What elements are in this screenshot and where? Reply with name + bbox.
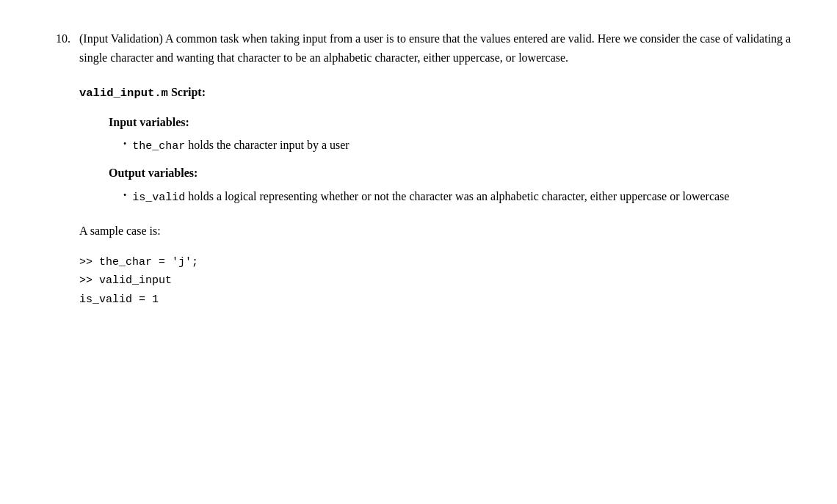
code-line-1: >> the_char = 'j'; (79, 253, 793, 272)
output-variable-text: is_valid holds a logical representing wh… (132, 187, 729, 208)
input-section-title: Input variables: (109, 113, 793, 132)
question-number: 10. (44, 29, 70, 309)
code-block: >> the_char = 'j'; >> valid_input is_val… (79, 253, 793, 310)
script-filename: valid_input.m (79, 87, 168, 100)
code-line-2: >> valid_input (79, 271, 793, 291)
input-var-desc: holds the character input by a user (185, 139, 349, 151)
input-variable-item: • the_char holds the character input by … (123, 136, 793, 156)
sample-case-label: A sample case is: (79, 222, 793, 241)
code-line-3: is_valid = 1 (79, 291, 793, 310)
bullet-icon-2: • (123, 189, 126, 203)
output-variables-list: • is_valid holds a logical representing … (123, 187, 793, 208)
script-label: valid_input.m Script: (79, 83, 793, 103)
question-body: (Input Validation) A common task when ta… (79, 29, 793, 309)
input-variables-list: • the_char holds the character input by … (123, 136, 793, 156)
bullet-icon: • (123, 137, 126, 152)
output-section: Output variables: • is_valid holds a log… (109, 164, 793, 207)
output-section-title: Output variables: (109, 164, 793, 183)
output-variable-item: • is_valid holds a logical representing … (123, 187, 793, 208)
question-container: 10. (Input Validation) A common task whe… (44, 29, 793, 309)
input-variable-text: the_char holds the character input by a … (132, 136, 349, 156)
input-section: Input variables: • the_char holds the ch… (109, 113, 793, 156)
output-var-desc: holds a logical representing whether or … (185, 190, 729, 202)
input-var-name: the_char (132, 140, 185, 153)
script-label-suffix: Script: (168, 86, 206, 98)
output-var-name: is_valid (132, 191, 185, 204)
question-intro: (Input Validation) A common task when ta… (79, 29, 793, 68)
